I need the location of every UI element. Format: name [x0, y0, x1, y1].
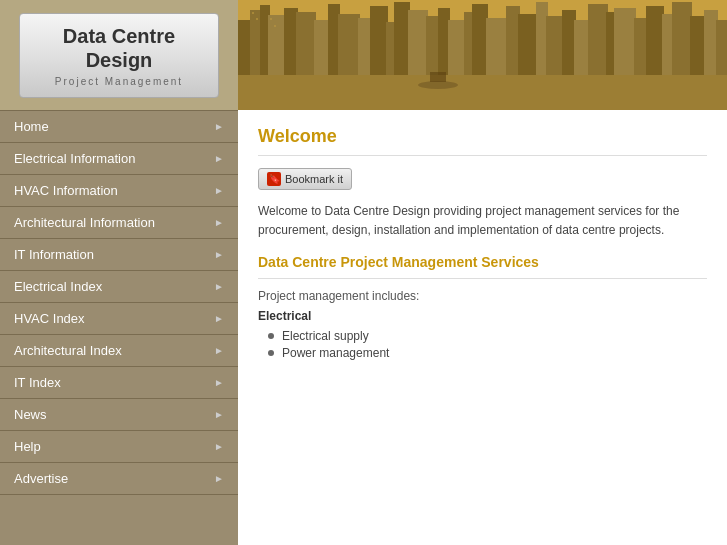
svg-point-42	[418, 81, 458, 89]
sidebar-item-electrical-info[interactable]: Electrical Information ►	[0, 143, 238, 175]
nav-it-index-arrow: ►	[214, 377, 224, 388]
sidebar-item-help[interactable]: Help ►	[0, 431, 238, 463]
sidebar-item-arch-index[interactable]: Architectural Index ►	[0, 335, 238, 367]
nav-electrical-index-label: Electrical Index	[14, 279, 102, 294]
nav-arch-index-label: Architectural Index	[14, 343, 122, 358]
svg-rect-11	[358, 18, 372, 75]
main-layout: Home ► Electrical Information ► HVAC Inf…	[0, 110, 727, 545]
svg-rect-34	[672, 2, 692, 75]
svg-rect-43	[430, 72, 446, 82]
nav-arch-index-arrow: ►	[214, 345, 224, 356]
project-includes-label: Project management includes:	[258, 289, 707, 303]
sidebar-item-advertise[interactable]: Advertise ►	[0, 463, 238, 495]
sidebar-item-home[interactable]: Home ►	[0, 110, 238, 143]
bullet-dot-icon	[268, 350, 274, 356]
services-divider	[258, 278, 707, 279]
svg-rect-31	[634, 18, 648, 75]
sidebar-item-arch-info[interactable]: Architectural Information ►	[0, 207, 238, 239]
logo-area: Data Centre Design Project Management	[0, 0, 238, 110]
svg-rect-28	[588, 4, 608, 75]
welcome-divider	[258, 155, 707, 156]
nav-advertise-arrow: ►	[214, 473, 224, 484]
nav-it-index-label: IT Index	[14, 375, 61, 390]
nav-home-arrow: ►	[214, 121, 224, 132]
nav-it-info-label: IT Information	[14, 247, 94, 262]
svg-rect-27	[574, 20, 590, 75]
list-item: Electrical supply	[258, 329, 707, 343]
svg-rect-1	[238, 72, 727, 110]
nav-it-info-arrow: ►	[214, 249, 224, 260]
bullet-text: Power management	[282, 346, 389, 360]
header: Data Centre Design Project Management	[0, 0, 727, 110]
sidebar-item-hvac-info[interactable]: HVAC Information ►	[0, 175, 238, 207]
nav-help-label: Help	[14, 439, 41, 454]
sidebar-item-electrical-index[interactable]: Electrical Index ►	[0, 271, 238, 303]
svg-rect-35	[690, 16, 706, 75]
welcome-title: Welcome	[258, 126, 707, 147]
svg-rect-10	[338, 14, 360, 75]
electrical-heading: Electrical	[258, 309, 707, 323]
nav-arch-info-label: Architectural Information	[14, 215, 155, 230]
svg-rect-15	[408, 10, 428, 75]
nav-help-arrow: ►	[214, 441, 224, 452]
header-image	[238, 0, 727, 110]
nav-advertise-label: Advertise	[14, 471, 68, 486]
svg-rect-6	[284, 8, 298, 75]
nav-electrical-info-arrow: ►	[214, 153, 224, 164]
bullet-text: Electrical supply	[282, 329, 369, 343]
logo-subtitle: Project Management	[40, 76, 198, 87]
svg-rect-22	[506, 6, 520, 75]
nav-news-label: News	[14, 407, 47, 422]
nav-home-label: Home	[14, 119, 49, 134]
nav-electrical-index-arrow: ►	[214, 281, 224, 292]
bookmark-icon: 🔖	[267, 172, 281, 186]
services-title: Data Centre Project Management Services	[258, 254, 707, 270]
logo-title: Data Centre Design	[40, 24, 198, 72]
svg-rect-23	[518, 14, 538, 75]
svg-rect-40	[270, 18, 272, 20]
svg-rect-32	[646, 6, 664, 75]
nav-hvac-index-label: HVAC Index	[14, 311, 85, 326]
welcome-text: Welcome to Data Centre Design providing …	[258, 202, 707, 240]
svg-rect-25	[546, 16, 564, 75]
svg-rect-16	[426, 16, 440, 75]
content-area: Welcome 🔖 Bookmark it Welcome to Data Ce…	[238, 110, 727, 545]
svg-rect-7	[296, 12, 316, 75]
nav-arch-info-arrow: ►	[214, 217, 224, 228]
nav-hvac-info-label: HVAC Information	[14, 183, 118, 198]
list-item: Power management	[258, 346, 707, 360]
svg-rect-18	[448, 20, 466, 75]
sidebar: Home ► Electrical Information ► HVAC Inf…	[0, 110, 238, 545]
sidebar-item-it-info[interactable]: IT Information ►	[0, 239, 238, 271]
sidebar-item-hvac-index[interactable]: HVAC Index ►	[0, 303, 238, 335]
logo-box: Data Centre Design Project Management	[19, 13, 219, 98]
bookmark-button[interactable]: 🔖 Bookmark it	[258, 168, 352, 190]
svg-rect-5	[268, 15, 286, 75]
svg-rect-37	[716, 20, 727, 75]
sidebar-item-it-index[interactable]: IT Index ►	[0, 367, 238, 399]
svg-rect-30	[614, 8, 636, 75]
nav-news-arrow: ►	[214, 409, 224, 420]
svg-rect-26	[562, 10, 576, 75]
svg-rect-39	[256, 18, 258, 20]
bullet-dot-icon	[268, 333, 274, 339]
svg-rect-14	[394, 2, 410, 75]
nav-hvac-index-arrow: ►	[214, 313, 224, 324]
nav-hvac-info-arrow: ►	[214, 185, 224, 196]
svg-rect-8	[314, 20, 330, 75]
svg-rect-20	[472, 4, 488, 75]
bookmark-label: Bookmark it	[285, 173, 343, 185]
svg-rect-41	[274, 25, 276, 27]
svg-rect-21	[486, 18, 508, 75]
svg-rect-38	[252, 12, 254, 14]
svg-rect-12	[370, 6, 388, 75]
svg-rect-36	[704, 10, 718, 75]
sidebar-item-news[interactable]: News ►	[0, 399, 238, 431]
nav-electrical-info-label: Electrical Information	[14, 151, 135, 166]
